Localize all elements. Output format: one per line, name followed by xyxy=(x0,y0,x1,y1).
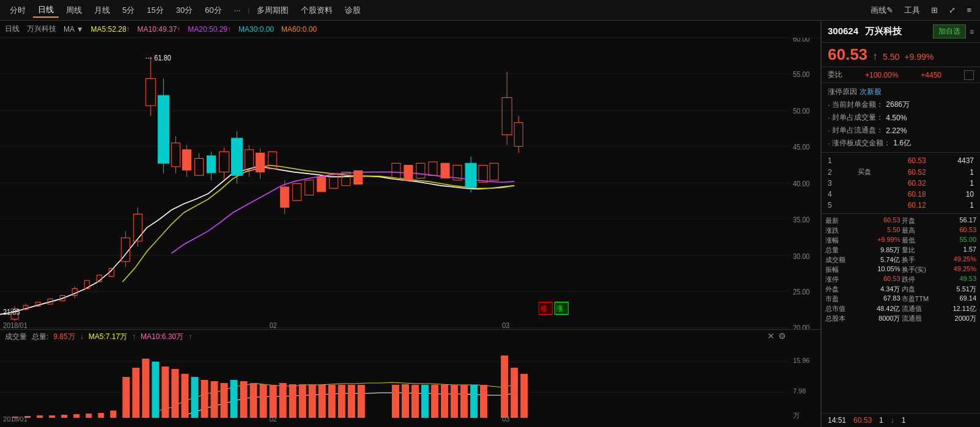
zhangstop-reason-tag[interactable]: 次新股 xyxy=(860,87,882,97)
svg-rect-135 xyxy=(309,384,316,418)
nav-menu[interactable]: ≡ xyxy=(963,4,975,16)
nav-multiperiod[interactable]: 多周期图 xyxy=(252,4,293,17)
svg-rect-139 xyxy=(348,385,355,418)
time-vol1: 1 xyxy=(879,416,883,425)
panel-menu-icon[interactable]: ≡ xyxy=(970,27,974,36)
ma10-label[interactable]: MA10:49.37↑ xyxy=(138,25,181,34)
candlestick-chart[interactable]: 61.80 21.85 60.00 55.00 50.00 45.00 40.0… xyxy=(0,38,820,329)
info-key-4: 涨停板成交金额： xyxy=(832,138,891,148)
ma60-label[interactable]: MA60:0.00 xyxy=(281,25,317,34)
stat-val-zhangtong: 60.53 xyxy=(863,275,900,284)
ma-type[interactable]: MA ▼ xyxy=(64,25,84,34)
svg-rect-77 xyxy=(479,166,487,183)
webi-icon[interactable] xyxy=(964,70,974,80)
volume-header: 成交量 总量: 9.85万 ↓ MA5:7.17万 ↑ MA10:6.30万 ↑ xyxy=(0,330,820,343)
svg-rect-117 xyxy=(132,368,139,418)
svg-rect-125 xyxy=(211,381,218,418)
stat-val-zongliang: 9.85万 xyxy=(863,246,900,255)
ma-stockname: 万兴科技 xyxy=(27,24,56,34)
webi-count: +4450 xyxy=(921,71,941,79)
stat-val-liangbi: 1.57 xyxy=(940,246,976,255)
stat-key-shiying: 市盈 xyxy=(825,294,862,304)
stat-key-kaipan: 开盘 xyxy=(902,216,938,225)
svg-text:45.00: 45.00 xyxy=(793,142,810,151)
svg-text:涨: 涨 xyxy=(556,304,563,313)
svg-text:40.00: 40.00 xyxy=(793,179,810,188)
stat-val-zuidi: 55.00 xyxy=(940,236,976,245)
stat-val-waipan: 4.34万 xyxy=(863,285,900,294)
stock-header: 300624 万兴科技 加自选 ≡ xyxy=(822,21,980,43)
nav-5min[interactable]: 5分 xyxy=(117,4,139,17)
stat-val-zongshizhi: 48.42亿 xyxy=(863,304,900,313)
nav-daily[interactable]: 日线 xyxy=(33,3,59,18)
volume-total-val: 9.85万 xyxy=(53,332,75,342)
svg-text:02: 02 xyxy=(270,415,277,423)
nav-diagnosis[interactable]: 诊股 xyxy=(340,4,366,17)
svg-text:03: 03 xyxy=(502,321,509,329)
nav-30min[interactable]: 30分 xyxy=(171,4,197,17)
nav-weekly[interactable]: 周线 xyxy=(61,4,87,17)
ob-row-2: 2 买盘 60.52 1 xyxy=(822,166,980,178)
nav-expand[interactable]: ⤢ xyxy=(945,4,959,16)
stat-val-dietong: 49.53 xyxy=(940,275,976,284)
svg-rect-148 xyxy=(460,385,468,418)
svg-rect-134 xyxy=(299,384,306,418)
svg-rect-137 xyxy=(328,385,336,418)
info-val-4: 1.6亿 xyxy=(893,138,911,148)
stat-val-kaipan: 56.17 xyxy=(940,216,976,225)
svg-rect-118 xyxy=(142,359,149,418)
stat-val-zongguben: 8000万 xyxy=(863,314,900,323)
add-watch-button[interactable]: 加自选 xyxy=(933,24,966,38)
main-layout: 日线 万兴科技 MA ▼ MA5:52.28↑ MA10:49.37↑ MA20… xyxy=(0,21,980,427)
ma30-label[interactable]: MA30:0.00 xyxy=(238,25,274,34)
nav-more[interactable]: ··· xyxy=(229,4,246,16)
svg-text:7.98: 7.98 xyxy=(793,387,806,395)
svg-text:21.85: 21.85 xyxy=(3,307,20,316)
svg-rect-147 xyxy=(451,385,458,418)
nav-stockinfo[interactable]: 个股资料 xyxy=(296,4,337,17)
svg-text:30.00: 30.00 xyxy=(793,252,810,260)
price-change: 5.50 xyxy=(883,52,899,62)
svg-rect-144 xyxy=(421,385,429,418)
nav-draw[interactable]: 画线✎ xyxy=(867,4,897,17)
stat-key-dietong: 跌停 xyxy=(902,275,938,284)
svg-rect-116 xyxy=(122,377,130,418)
svg-text:03: 03 xyxy=(502,415,509,423)
stat-key-zuixin: 最新 xyxy=(825,216,862,225)
stat-val-chengjiaoe: 5.74亿 xyxy=(863,255,900,265)
webi-value: +100.00% xyxy=(865,71,898,79)
stat-key-zhenfu: 振幅 xyxy=(825,265,862,274)
time-vol2: 1 xyxy=(902,416,906,425)
volume-close-icon[interactable]: ✕ xyxy=(767,331,775,341)
ob-vol-4: 10 xyxy=(943,190,974,199)
ma20-label[interactable]: MA20:50.29↑ xyxy=(188,25,231,34)
price-row: 60.53 ↑ 5.50 +9.99% xyxy=(822,43,980,67)
volume-ma10-arrow: ↑ xyxy=(188,332,192,341)
svg-rect-63 xyxy=(305,180,314,195)
info-val-3: 2.22% xyxy=(886,126,907,135)
svg-rect-112 xyxy=(73,414,79,418)
ma5-label[interactable]: MA5:52.28↑ xyxy=(91,25,130,34)
nav-monthly[interactable]: 月线 xyxy=(89,4,115,17)
info-dot-3: · xyxy=(828,126,830,135)
svg-rect-115 xyxy=(110,411,116,418)
svg-rect-114 xyxy=(98,413,104,418)
nav-15min[interactable]: 15分 xyxy=(142,4,168,17)
ob-num-2: 2 xyxy=(828,168,840,177)
stat-key-liutongzhi: 流通值 xyxy=(902,304,938,313)
time-arrow-icon: ↓ xyxy=(891,416,894,425)
stat-key-huanshoushi: 换手(实) xyxy=(902,265,938,274)
svg-rect-121 xyxy=(171,369,179,418)
volume-gear-icon[interactable]: ⚙ xyxy=(778,331,786,341)
nav-tools[interactable]: 工具 xyxy=(901,4,924,17)
nav-grid[interactable]: ⊞ xyxy=(927,4,941,16)
svg-text:20.00: 20.00 xyxy=(793,324,810,329)
stock-identity: 300624 万兴科技 xyxy=(828,26,902,37)
nav-fenshi[interactable]: 分时 xyxy=(5,4,31,17)
svg-rect-62 xyxy=(293,184,301,201)
nav-60min[interactable]: 60分 xyxy=(200,4,226,17)
info-key-1: 当前封单金额： xyxy=(832,100,883,110)
svg-text:61.80: 61.80 xyxy=(154,53,171,62)
stat-key-zhangjie: 涨跌 xyxy=(825,226,862,235)
stat-val-zhangjie: 5.50 xyxy=(863,226,900,235)
